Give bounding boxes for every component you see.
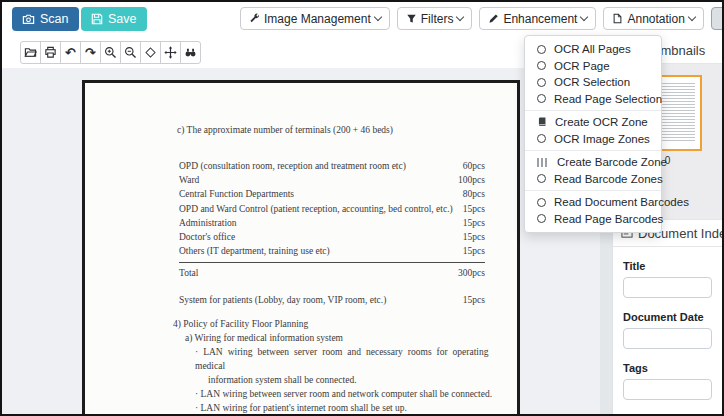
radio-circle-icon [537, 78, 546, 87]
undo-button[interactable]: ↶ [60, 41, 81, 64]
pencil-icon [488, 13, 499, 24]
menu-enhancement[interactable]: Enhancement [479, 7, 596, 30]
radio-circle-icon [537, 198, 546, 207]
table-total-row: Total 300pcs [179, 262, 485, 281]
doc-subsection-heading: a) Wiring for medical information system [185, 331, 517, 345]
redo-icon: ↷ [85, 46, 96, 59]
scan-button[interactable]: Scan [12, 7, 79, 31]
radio-circle-icon [537, 134, 546, 143]
title-input[interactable] [623, 277, 712, 298]
menu-item-create-ocr-zone[interactable]: Create OCR Zone [525, 114, 661, 131]
row-label: Ward [179, 173, 199, 187]
chevron-down-icon [688, 13, 696, 21]
radio-circle-icon [537, 45, 546, 54]
menu-separator [525, 110, 661, 111]
table-row: Others (IT department, training use etc)… [179, 244, 485, 258]
open-folder-icon [24, 46, 37, 59]
menu-item-label: Read Page Selection [554, 93, 662, 105]
menu-annotation[interactable]: Annotation [603, 7, 703, 30]
print-button[interactable] [40, 41, 61, 64]
row-label: Central Function Departments [179, 187, 294, 201]
menu-item-label: OCR All Pages [554, 43, 631, 55]
book-icon [537, 117, 547, 127]
undo-icon: ↶ [65, 46, 76, 59]
menu-item-read-barcode-zones[interactable]: Read Barcode Zones [525, 171, 661, 188]
field-tags: Tags [623, 362, 712, 400]
menu-item-label: Read Barcode Zones [554, 173, 663, 185]
row-value: 15pcs [463, 293, 485, 307]
menu-label: Image Management [264, 12, 371, 26]
menu-label: Filters [421, 12, 454, 26]
top-toolbar: Scan Save Image Management Filters Enhan [2, 2, 722, 38]
zoom-in-button[interactable] [100, 41, 121, 64]
doc-line: LAN wiring between server room and netwo… [195, 387, 501, 401]
field-document-date: Document Date [623, 311, 712, 349]
document-date-input[interactable] [623, 328, 712, 349]
viewer-toolbar-group: ↶ ↷ [20, 41, 201, 64]
document-viewer: c) The approximate number of terminals (… [2, 68, 612, 414]
menu-filters[interactable]: Filters [397, 7, 473, 30]
doc-line: LAN wiring for patient's internet room s… [195, 401, 501, 415]
menu-item-read-page-selection[interactable]: Read Page Selection [525, 91, 661, 108]
chevron-down-icon [456, 13, 464, 21]
table-row: Administration 15pcs [179, 216, 485, 230]
menu-image-management[interactable]: Image Management [240, 7, 390, 30]
row-value: 100pcs [458, 173, 485, 187]
open-file-button[interactable] [20, 41, 41, 64]
menu-item-label: OCR Image Zones [554, 133, 650, 145]
menu-item-read-document-barcodes[interactable]: Read Document Barcodes [525, 194, 661, 211]
pan-move-icon [164, 46, 177, 59]
row-value: 60pcs [463, 159, 485, 173]
book-icon [720, 13, 724, 24]
menu-item-ocr-all-pages[interactable]: OCR All Pages [525, 41, 661, 58]
table-row: OPD and Ward Control (patient reception,… [179, 202, 485, 216]
row-value: 15pcs [463, 216, 485, 230]
doc-line: information system shall be connected. [208, 373, 501, 387]
doc-heading: c) The approximate number of terminals (… [177, 123, 517, 137]
doc-section-heading: 4) Policy of Facility Floor Planning [173, 317, 517, 331]
title-label: Title [623, 260, 712, 272]
fit-page-button[interactable] [140, 41, 161, 64]
page-icon [612, 13, 623, 24]
row-label: Others (IT department, training use etc) [179, 244, 330, 258]
row-label: Administration [179, 216, 237, 230]
table-row: Central Function Departments 80pcs [179, 187, 485, 201]
radio-circle-icon [537, 94, 546, 103]
menu-item-ocr-page[interactable]: OCR Page [525, 58, 661, 75]
menu-bar: Image Management Filters Enhancement Ann… [240, 7, 724, 30]
chevron-down-icon [373, 13, 381, 21]
redo-button[interactable]: ↷ [80, 41, 101, 64]
zoom-in-icon [104, 46, 117, 59]
document-date-label: Document Date [623, 311, 712, 323]
save-button[interactable]: Save [81, 7, 147, 31]
menu-item-label: Create OCR Zone [555, 116, 648, 128]
wrench-icon [249, 13, 260, 24]
menu-item-label: Create Barcode Zone [557, 156, 667, 168]
row-label: Doctor's office [179, 230, 235, 244]
menu-item-label: Read Page Barcodes [554, 213, 663, 225]
document-content: c) The approximate number of terminals (… [85, 83, 517, 414]
doc-line: LAN wiring between server room and neces… [195, 345, 501, 373]
row-label: Total [179, 266, 198, 280]
menu-item-ocr-selection[interactable]: OCR Selection [525, 74, 661, 91]
terminal-table: OPD (consultation room, reception and tr… [179, 159, 485, 308]
table-row: Ward 100pcs [179, 173, 485, 187]
binoculars-icon [184, 46, 197, 59]
menu-ocr[interactable]: OCR [711, 7, 724, 30]
zoom-out-icon [124, 46, 137, 59]
zoom-out-button[interactable] [120, 41, 141, 64]
document-page[interactable]: c) The approximate number of terminals (… [82, 80, 520, 414]
row-value: 300pcs [458, 266, 485, 280]
menu-item-read-page-barcodes[interactable]: Read Page Barcodes [525, 211, 661, 228]
row-value: 15pcs [463, 202, 485, 216]
menu-item-create-barcode-zone[interactable]: Create Barcode Zone [525, 154, 661, 171]
find-button[interactable] [180, 41, 201, 64]
filter-icon [406, 13, 417, 24]
tags-input[interactable] [623, 379, 712, 400]
radio-circle-icon [537, 214, 546, 223]
menu-separator [525, 150, 661, 151]
radio-circle-icon [537, 61, 546, 70]
menu-item-label: OCR Page [554, 60, 610, 72]
menu-item-ocr-image-zones[interactable]: OCR Image Zones [525, 131, 661, 148]
pan-button[interactable] [160, 41, 181, 64]
